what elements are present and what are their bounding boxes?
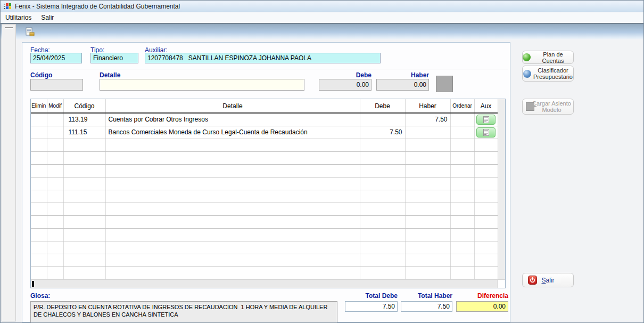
cell-codigo[interactable] (63, 164, 105, 177)
cargar-asiento-modelo-button[interactable]: Cargar Asiento Modelo (522, 99, 574, 115)
cell-elimin[interactable] (31, 215, 47, 228)
cell-codigo[interactable]: 113.19 (63, 113, 105, 126)
cell-haber[interactable] (405, 203, 450, 215)
cell-codigo[interactable] (63, 190, 105, 203)
fecha-input[interactable] (30, 53, 82, 63)
cell-haber[interactable] (405, 267, 450, 279)
table-row[interactable] (31, 228, 498, 241)
cell-debe[interactable] (360, 177, 405, 190)
cell-haber[interactable] (405, 126, 450, 139)
menu-utilitarios[interactable]: Utilitarios (1, 12, 36, 23)
salir-button[interactable]: Salir (522, 273, 574, 287)
cell-elimin[interactable] (31, 203, 47, 215)
cell-codigo[interactable] (63, 139, 105, 151)
cell-debe[interactable] (360, 254, 405, 267)
cell-modif[interactable] (47, 177, 63, 190)
auxiliar-input[interactable] (145, 53, 381, 63)
cell-detalle[interactable]: Bancos Comerciales Moneda de Curso Legal… (105, 126, 360, 139)
menu-salir[interactable]: Salir (36, 12, 59, 23)
cell-modif[interactable] (47, 203, 63, 215)
cell-haber[interactable]: 7.50 (405, 113, 450, 126)
cell-detalle[interactable] (105, 241, 360, 254)
table-row[interactable]: 113.19 Cuentas por Cobrar Otros Ingresos… (31, 113, 498, 126)
cell-detalle[interactable] (105, 203, 360, 215)
cell-detalle[interactable] (105, 164, 360, 177)
cell-elimin[interactable] (31, 228, 47, 241)
scrollbar-thumb[interactable] (32, 281, 34, 287)
cell-detalle[interactable] (105, 228, 360, 241)
cell-modif[interactable] (47, 151, 63, 164)
table-row[interactable] (31, 254, 498, 267)
cell-modif[interactable] (47, 241, 63, 254)
cell-detalle[interactable] (105, 190, 360, 203)
cell-ordenar[interactable] (450, 139, 474, 151)
cell-detalle[interactable]: Cuentas por Cobrar Otros Ingresos (105, 113, 360, 126)
cell-debe[interactable] (360, 190, 405, 203)
vertical-scrollbar[interactable] (498, 99, 505, 279)
horizontal-scrollbar[interactable] (31, 279, 505, 288)
cell-haber[interactable] (405, 254, 450, 267)
cell-debe[interactable] (360, 164, 405, 177)
cell-elimin[interactable] (31, 177, 47, 190)
cell-modif[interactable] (47, 215, 63, 228)
cell-ordenar[interactable] (450, 151, 474, 164)
cell-elimin[interactable] (31, 126, 47, 139)
table-row[interactable] (31, 267, 498, 279)
table-row[interactable] (31, 203, 498, 215)
cell-codigo[interactable] (63, 151, 105, 164)
codigo-input[interactable] (30, 79, 83, 91)
plan-de-cuentas-button[interactable]: Plan de Cuentas (522, 51, 574, 64)
cell-ordenar[interactable] (450, 126, 474, 139)
cell-haber[interactable] (405, 215, 450, 228)
glosa-textarea[interactable]: P/R. DEPOSITO EN CUENTA ROTATIVA DE INGR… (30, 301, 337, 323)
cell-ordenar[interactable] (450, 254, 474, 267)
cell-haber[interactable] (405, 228, 450, 241)
cell-elimin[interactable] (31, 267, 47, 279)
cell-codigo[interactable] (63, 177, 105, 190)
cell-ordenar[interactable] (450, 164, 474, 177)
table-row[interactable] (31, 151, 498, 164)
cell-ordenar[interactable] (450, 190, 474, 203)
table-row[interactable] (31, 215, 498, 228)
cell-codigo[interactable] (63, 215, 105, 228)
cell-debe[interactable] (360, 228, 405, 241)
cell-debe[interactable] (360, 203, 405, 215)
aux-detail-button[interactable] (476, 127, 496, 138)
cell-elimin[interactable] (31, 164, 47, 177)
cell-codigo[interactable] (63, 241, 105, 254)
cell-ordenar[interactable] (450, 177, 474, 190)
cell-modif[interactable] (47, 190, 63, 203)
tipo-input[interactable] (90, 53, 138, 63)
cell-detalle[interactable] (105, 151, 360, 164)
cell-modif[interactable] (47, 126, 63, 139)
detalle-input[interactable] (100, 79, 304, 91)
cell-modif[interactable] (47, 113, 63, 126)
cell-ordenar[interactable] (450, 241, 474, 254)
cell-haber[interactable] (405, 139, 450, 151)
cell-elimin[interactable] (31, 113, 47, 126)
table-row[interactable] (31, 139, 498, 151)
cell-elimin[interactable] (31, 151, 47, 164)
cell-codigo[interactable] (63, 267, 105, 279)
cell-elimin[interactable] (31, 190, 47, 203)
haber-input[interactable] (376, 79, 429, 91)
cell-haber[interactable] (405, 164, 450, 177)
cell-ordenar[interactable] (450, 203, 474, 215)
cell-debe[interactable]: 7.50 (360, 126, 405, 139)
cell-detalle[interactable] (105, 139, 360, 151)
cell-detalle[interactable] (105, 254, 360, 267)
cell-haber[interactable] (405, 151, 450, 164)
cell-detalle[interactable] (105, 177, 360, 190)
cell-haber[interactable] (405, 241, 450, 254)
cell-debe[interactable] (360, 267, 405, 279)
cell-detalle[interactable] (105, 267, 360, 279)
cell-haber[interactable] (405, 177, 450, 190)
cell-ordenar[interactable] (450, 113, 474, 126)
new-entry-button[interactable] (23, 26, 36, 38)
cell-modif[interactable] (47, 139, 63, 151)
cell-ordenar[interactable] (450, 267, 474, 279)
cell-codigo[interactable] (63, 228, 105, 241)
cell-detalle[interactable] (105, 215, 360, 228)
cell-elimin[interactable] (31, 254, 47, 267)
cell-modif[interactable] (47, 164, 63, 177)
